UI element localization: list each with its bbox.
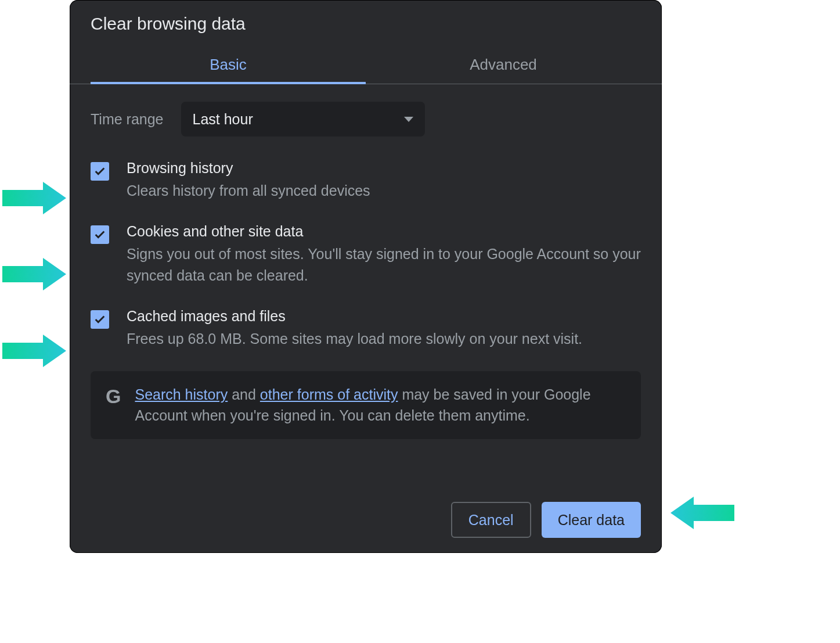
option-title: Cached images and files [127, 308, 641, 325]
dialog-body: Time range Last hour Browsing history Cl… [70, 84, 662, 451]
annotation-arrow [2, 182, 66, 214]
option-text: Cached images and files Frees up 68.0 MB… [127, 308, 641, 349]
dialog-title: Clear browsing data [70, 0, 662, 45]
checkbox-browsing-history[interactable] [91, 162, 109, 181]
checkbox-cached[interactable] [91, 310, 109, 329]
option-desc: Frees up 68.0 MB. Some sites may load mo… [127, 328, 641, 349]
annotation-arrow [2, 335, 66, 367]
option-title: Cookies and other site data [127, 223, 641, 240]
option-desc: Signs you out of most sites. You'll stay… [127, 243, 641, 286]
checkmark-icon [93, 313, 106, 326]
option-cached: Cached images and files Frees up 68.0 MB… [91, 308, 641, 349]
option-browsing-history: Browsing history Clears history from all… [91, 160, 641, 201]
annotation-arrow [670, 497, 734, 529]
tab-row: Basic Advanced [70, 45, 662, 84]
svg-marker-1 [2, 258, 66, 290]
clear-browsing-data-dialog: Clear browsing data Basic Advanced Time … [70, 0, 662, 553]
annotation-arrow [2, 258, 66, 290]
dialog-footer: Cancel Clear data [451, 502, 641, 538]
notice-text: Search history and other forms of activi… [135, 384, 626, 426]
cancel-button[interactable]: Cancel [451, 502, 531, 538]
google-account-notice: G Search history and other forms of acti… [91, 371, 641, 439]
svg-marker-2 [2, 335, 66, 367]
checkmark-icon [93, 228, 106, 241]
time-range-label: Time range [91, 111, 164, 128]
option-text: Browsing history Clears history from all… [127, 160, 641, 201]
time-range-select[interactable]: Last hour [181, 102, 425, 136]
option-desc: Clears history from all synced devices [127, 180, 641, 201]
option-title: Browsing history [127, 160, 641, 177]
tab-basic[interactable]: Basic [91, 45, 366, 84]
clear-data-button[interactable]: Clear data [542, 502, 641, 538]
tab-advanced[interactable]: Advanced [366, 45, 641, 84]
option-text: Cookies and other site data Signs you ou… [127, 223, 641, 286]
search-history-link[interactable]: Search history [135, 386, 228, 403]
svg-marker-3 [670, 497, 734, 529]
checkmark-icon [93, 165, 106, 178]
time-range-row: Time range Last hour [91, 102, 641, 136]
svg-marker-0 [2, 182, 66, 214]
time-range-value: Last hour [193, 111, 253, 128]
other-activity-link[interactable]: other forms of activity [260, 386, 398, 403]
chevron-down-icon [404, 117, 413, 122]
option-cookies: Cookies and other site data Signs you ou… [91, 223, 641, 286]
checkbox-cookies[interactable] [91, 225, 109, 244]
google-icon: G [106, 385, 121, 408]
